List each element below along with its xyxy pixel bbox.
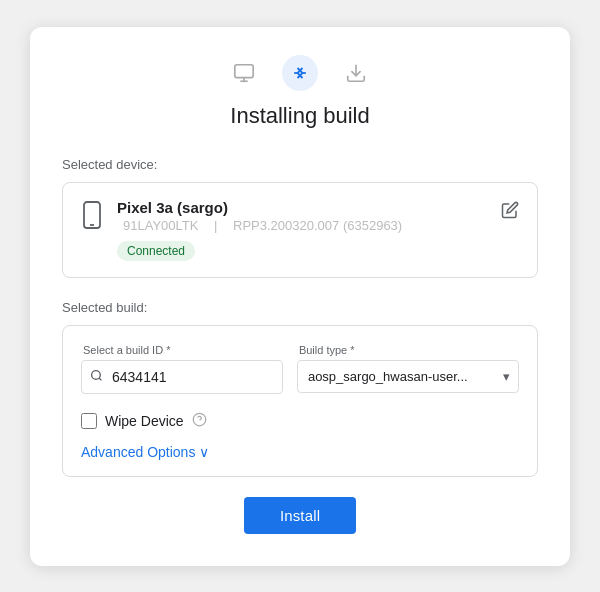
device-build: RPP3.200320.007 (6352963) (233, 218, 402, 233)
device-card: Pixel 3a (sargo) 91LAY00LTK | RPP3.20032… (62, 182, 538, 278)
build-id-label: Select a build ID * (81, 344, 283, 356)
device-info: Pixel 3a (sargo) 91LAY00LTK | RPP3.20032… (117, 199, 408, 261)
advanced-options-toggle[interactable]: Advanced Options ∨ (81, 444, 519, 460)
advanced-options-label: Advanced Options (81, 444, 195, 460)
device-meta: 91LAY00LTK | RPP3.200320.007 (6352963) (117, 218, 408, 233)
edit-device-button[interactable] (501, 201, 519, 224)
meta-separator: | (214, 218, 221, 233)
help-icon[interactable] (192, 412, 207, 430)
build-type-select[interactable]: aosp_sargo_hwasan-user... aosp_sargo-use… (297, 360, 519, 393)
selected-device-label: Selected device: (62, 157, 538, 172)
build-type-label: Build type * (297, 344, 519, 356)
device-card-left: Pixel 3a (sargo) 91LAY00LTK | RPP3.20032… (81, 199, 408, 261)
wipe-device-label: Wipe Device (105, 413, 184, 429)
build-id-input[interactable] (81, 360, 283, 394)
build-card: Select a build ID * Build type * (62, 325, 538, 477)
dialog-title: Installing build (62, 103, 538, 129)
build-id-field-group: Select a build ID * (81, 344, 283, 394)
wipe-device-row: Wipe Device (81, 412, 519, 430)
phone-icon (81, 201, 103, 233)
chevron-down-icon: ∨ (199, 444, 209, 460)
svg-rect-0 (235, 64, 253, 77)
selected-build-label: Selected build: (62, 300, 538, 315)
install-button[interactable]: Install (244, 497, 356, 534)
stepper (62, 55, 538, 91)
installing-build-dialog: Installing build Selected device: Pixel … (30, 27, 570, 566)
build-fields: Select a build ID * Build type * (81, 344, 519, 394)
device-name: Pixel 3a (sargo) (117, 199, 408, 216)
build-type-field-group: Build type * aosp_sargo_hwasan-user... a… (297, 344, 519, 394)
build-id-input-wrap (81, 360, 283, 394)
download-step-icon (338, 55, 374, 91)
wipe-device-checkbox[interactable] (81, 413, 97, 429)
connected-badge: Connected (117, 241, 195, 261)
transfer-step-icon (282, 55, 318, 91)
build-type-select-wrap: aosp_sargo_hwasan-user... aosp_sargo-use… (297, 360, 519, 393)
device-step-icon (226, 55, 262, 91)
device-id: 91LAY00LTK (123, 218, 198, 233)
